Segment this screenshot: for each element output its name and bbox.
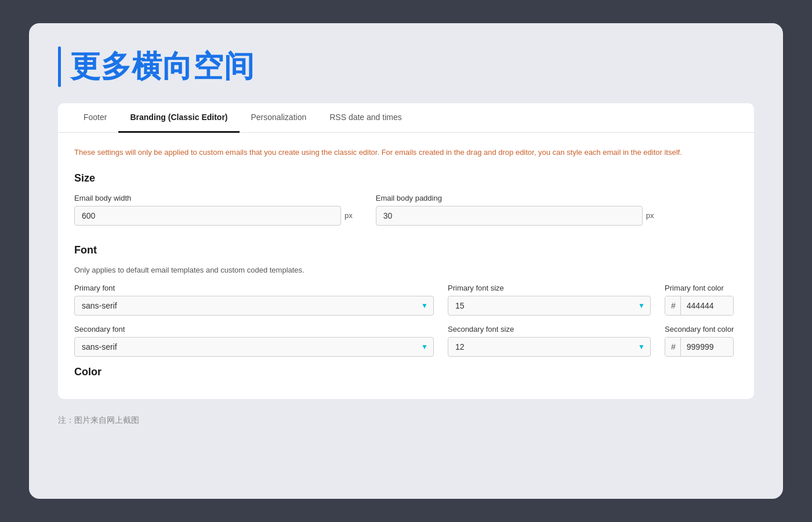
tabs-container: Footer Branding (Classic Editor) Persona… (58, 103, 754, 133)
primary-hash-label: # (665, 296, 681, 315)
primary-font-select[interactable]: sans-serif serif monospace Arial Georgia… (74, 296, 434, 316)
secondary-font-size-group: Secondary font size 1011 12 13141516 ▼ (448, 325, 651, 357)
footer-note: 注：图片来自网上截图 (58, 415, 754, 426)
width-unit: px (345, 211, 353, 220)
primary-font-color-label: Primary font color (665, 284, 734, 292)
primary-font-color-input-row: # (665, 296, 734, 316)
font-section-title: Font (74, 244, 738, 256)
primary-font-size-label: Primary font size (448, 284, 651, 292)
email-body-padding-group: Email body padding px (376, 194, 654, 226)
secondary-font-select-wrapper: sans-serif serif monospace Arial Georgia… (74, 337, 434, 357)
primary-font-color-input[interactable] (681, 296, 733, 315)
primary-font-size-select[interactable]: 1011121314 15161718 (448, 296, 651, 316)
font-description: Only applies to default email templates … (74, 266, 738, 274)
blue-accent-bar (58, 46, 61, 87)
primary-font-select-wrapper: sans-serif serif monospace Arial Georgia… (74, 296, 434, 316)
email-body-padding-input[interactable] (376, 206, 643, 226)
color-section-title: Color (74, 366, 738, 378)
primary-font-color-group: Primary font color # (665, 284, 734, 316)
email-body-padding-label: Email body padding (376, 194, 654, 202)
primary-font-label: Primary font (74, 284, 434, 292)
tab-rss[interactable]: RSS date and times (318, 103, 414, 133)
outer-container: 更多横向空间 Footer Branding (Classic Editor) … (29, 23, 783, 499)
secondary-hash-label: # (665, 338, 681, 356)
secondary-font-color-label: Secondary font color (665, 325, 734, 334)
email-body-padding-input-row: px (376, 206, 654, 226)
size-section-title: Size (74, 172, 738, 184)
secondary-font-color-input-row: # (665, 337, 734, 357)
secondary-font-color-input[interactable] (681, 338, 733, 356)
page-title: 更多横向空间 (70, 46, 255, 87)
secondary-font-label: Secondary font (74, 325, 434, 334)
tab-branding[interactable]: Branding (Classic Editor) (118, 103, 239, 133)
secondary-font-row: Secondary font sans-serif serif monospac… (74, 325, 738, 357)
secondary-font-size-label: Secondary font size (448, 325, 651, 334)
secondary-font-group: Secondary font sans-serif serif monospac… (74, 325, 434, 357)
tab-personalization[interactable]: Personalization (240, 103, 318, 133)
secondary-font-size-select-wrapper: 1011 12 13141516 ▼ (448, 337, 651, 357)
primary-font-size-select-wrapper: 1011121314 15161718 ▼ (448, 296, 651, 316)
secondary-font-size-select[interactable]: 1011 12 13141516 (448, 337, 651, 357)
secondary-font-color-group: Secondary font color # (665, 325, 734, 357)
email-body-width-label: Email body width (74, 194, 353, 202)
notice-text: These settings will only be applied to c… (74, 147, 738, 158)
tab-footer[interactable]: Footer (72, 103, 118, 133)
size-row: Email body width px Email body padding p… (74, 194, 738, 226)
secondary-font-select[interactable]: sans-serif serif monospace Arial Georgia… (74, 337, 434, 357)
email-body-width-input[interactable] (74, 206, 341, 226)
primary-font-size-group: Primary font size 1011121314 15161718 ▼ (448, 284, 651, 316)
email-body-width-group: Email body width px (74, 194, 353, 226)
card-body: These settings will only be applied to c… (58, 133, 754, 399)
padding-unit: px (646, 211, 654, 220)
email-body-width-input-row: px (74, 206, 353, 226)
page-title-wrapper: 更多横向空间 (58, 46, 754, 87)
content-card: Footer Branding (Classic Editor) Persona… (58, 103, 754, 399)
primary-font-group: Primary font sans-serif serif monospace … (74, 284, 434, 316)
primary-font-row: Primary font sans-serif serif monospace … (74, 284, 738, 316)
